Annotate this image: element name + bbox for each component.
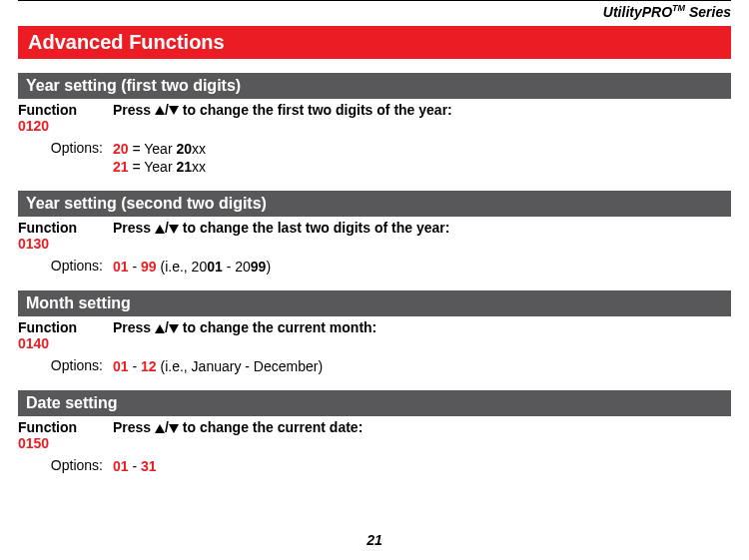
options-row: Options: 01 - 31 bbox=[18, 454, 731, 478]
up-arrow-icon bbox=[155, 324, 165, 333]
function-row: Function 0120 Press / to change the firs… bbox=[18, 99, 731, 137]
options-content: 01 - 31 bbox=[113, 457, 731, 475]
press-instruction: Press / to change the last two digits of… bbox=[113, 220, 731, 236]
down-arrow-icon bbox=[169, 324, 179, 333]
function-row: Function 0130 Press / to change the last… bbox=[18, 217, 731, 255]
function-label-cell: Function 0130 bbox=[18, 220, 113, 252]
section-0: Year setting (first two digits) Function… bbox=[18, 73, 731, 179]
function-row: Function 0150 Press / to change the curr… bbox=[18, 416, 731, 454]
options-label: Options: bbox=[18, 258, 113, 274]
up-arrow-icon bbox=[155, 225, 165, 234]
options-content: 01 - 12 (i.e., January - December) bbox=[113, 357, 731, 375]
function-code: 0150 bbox=[18, 435, 113, 451]
options-content: 20 = Year 20xx 21 = Year 21xx bbox=[113, 140, 731, 176]
series-suffix: Series bbox=[685, 4, 731, 20]
up-arrow-icon bbox=[155, 424, 165, 433]
down-arrow-icon bbox=[169, 225, 179, 234]
function-label: Function bbox=[18, 319, 113, 335]
function-label-cell: Function 0140 bbox=[18, 319, 113, 351]
function-code: 0130 bbox=[18, 236, 113, 252]
up-arrow-icon bbox=[155, 106, 165, 115]
function-code: 0140 bbox=[18, 335, 113, 351]
function-label: Function bbox=[18, 220, 113, 236]
section-title: Year setting (first two digits) bbox=[18, 73, 731, 99]
down-arrow-icon bbox=[169, 106, 179, 115]
series-prefix: UtilityPRO bbox=[603, 4, 672, 20]
series-header: UtilityPROTM Series bbox=[0, 1, 749, 26]
section-title: Date setting bbox=[18, 390, 731, 416]
function-row: Function 0140 Press / to change the curr… bbox=[18, 316, 731, 354]
options-label: Options: bbox=[18, 140, 113, 156]
section-title: Month setting bbox=[18, 290, 731, 316]
options-label: Options: bbox=[18, 357, 113, 373]
options-row: Options: 01 - 99 (i.e., 2001 - 2099) bbox=[18, 255, 731, 279]
press-instruction: Press / to change the first two digits o… bbox=[113, 102, 731, 118]
function-code: 0120 bbox=[18, 118, 113, 134]
down-arrow-icon bbox=[169, 424, 179, 433]
function-label: Function bbox=[18, 102, 113, 118]
page-number: 21 bbox=[0, 532, 749, 548]
options-row: Options: 01 - 12 (i.e., January - Decemb… bbox=[18, 354, 731, 378]
function-label-cell: Function 0150 bbox=[18, 419, 113, 451]
press-instruction: Press / to change the current date: bbox=[113, 419, 731, 435]
function-label-cell: Function 0120 bbox=[18, 102, 113, 134]
section-3: Date setting Function 0150 Press / to ch… bbox=[18, 390, 731, 478]
trademark: TM bbox=[672, 3, 685, 13]
options-row: Options: 20 = Year 20xx 21 = Year 21xx bbox=[18, 137, 731, 179]
options-content: 01 - 99 (i.e., 2001 - 2099) bbox=[113, 258, 731, 276]
options-label: Options: bbox=[18, 457, 113, 473]
main-banner: Advanced Functions bbox=[18, 26, 731, 59]
press-instruction: Press / to change the current month: bbox=[113, 319, 731, 335]
section-title: Year setting (second two digits) bbox=[18, 191, 731, 217]
section-2: Month setting Function 0140 Press / to c… bbox=[18, 290, 731, 378]
function-label: Function bbox=[18, 419, 113, 435]
section-1: Year setting (second two digits) Functio… bbox=[18, 191, 731, 279]
